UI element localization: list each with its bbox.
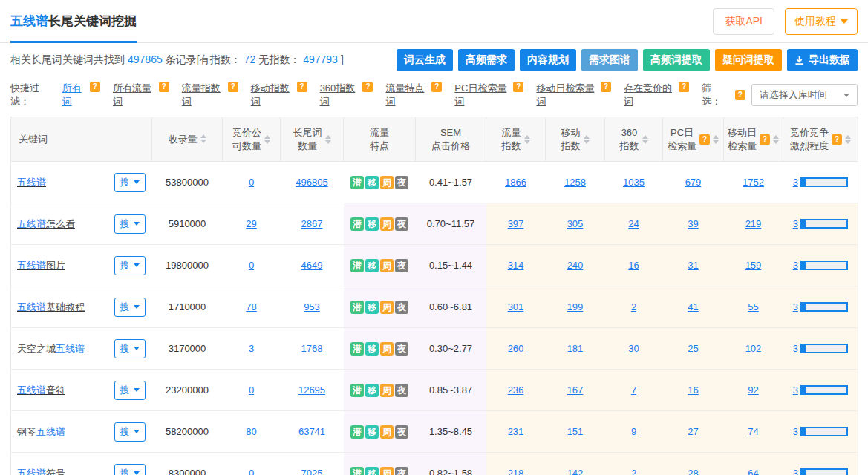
search-dropdown-button[interactable]: 搜 xyxy=(114,298,146,317)
pc-daily-search-link[interactable]: 25 xyxy=(688,343,698,354)
quick-filter-link[interactable]: 所有流量词 xyxy=(113,82,158,108)
longtail-count-link[interactable]: 4649 xyxy=(301,260,323,271)
index-360-link[interactable]: 7 xyxy=(631,384,636,396)
bid-companies-link[interactable]: 0 xyxy=(249,177,254,188)
column-header[interactable]: 长尾词数量 xyxy=(281,117,344,162)
mobile-index-link[interactable]: 181 xyxy=(567,343,584,354)
mobile-index-link[interactable]: 151 xyxy=(567,426,584,437)
action-button[interactable]: 高频需求 xyxy=(458,49,515,71)
help-icon[interactable]: ? xyxy=(832,134,842,145)
keyword-link[interactable]: 五线谱 xyxy=(17,176,46,189)
bid-companies-link[interactable]: 0 xyxy=(249,384,254,396)
keyword-link[interactable]: 天空之城五线谱 xyxy=(17,342,85,356)
sort-icon[interactable] xyxy=(773,135,779,144)
help-icon[interactable]: ? xyxy=(431,82,442,92)
mobile-daily-search-link[interactable]: 92 xyxy=(748,384,758,396)
mobile-index-link[interactable]: 199 xyxy=(567,301,584,312)
bid-companies-link[interactable]: 3 xyxy=(249,343,254,354)
bid-companies-link[interactable]: 0 xyxy=(249,260,254,271)
competition-link[interactable]: 3 xyxy=(793,260,798,271)
sort-icon[interactable] xyxy=(642,135,648,144)
quick-filter-link[interactable]: PC日检索量词 xyxy=(454,82,512,108)
help-icon[interactable]: ? xyxy=(679,82,689,92)
sort-icon[interactable] xyxy=(325,135,331,144)
index-360-link[interactable]: 24 xyxy=(628,218,639,229)
competition-link[interactable]: 3 xyxy=(793,177,798,188)
mobile-index-link[interactable]: 240 xyxy=(567,260,584,271)
flow-index-link[interactable]: 301 xyxy=(508,301,524,312)
flow-index-link[interactable]: 218 xyxy=(508,468,524,475)
flow-index-link[interactable]: 314 xyxy=(508,260,524,271)
help-icon[interactable]: ? xyxy=(297,82,307,92)
help-icon[interactable]: ? xyxy=(159,82,169,92)
sort-icon[interactable] xyxy=(845,135,851,144)
help-icon[interactable]: ? xyxy=(735,90,745,100)
pc-daily-search-link[interactable]: 41 xyxy=(688,301,698,312)
flow-index-link[interactable]: 397 xyxy=(508,218,524,229)
mobile-daily-search-link[interactable]: 159 xyxy=(745,260,762,271)
column-header[interactable]: 竞价公司数量 xyxy=(223,117,281,162)
help-icon[interactable]: ? xyxy=(228,82,238,92)
column-header[interactable]: 流量指数 xyxy=(486,117,546,162)
sort-icon[interactable] xyxy=(264,135,270,144)
longtail-count-link[interactable]: 496805 xyxy=(296,177,327,188)
quick-filter-link[interactable]: 存在竞价的词 xyxy=(624,82,678,108)
column-header[interactable]: 竞价竞争激烈程度? xyxy=(783,117,858,162)
longtail-count-link[interactable]: 953 xyxy=(304,301,320,312)
help-icon[interactable]: ? xyxy=(362,82,373,92)
competition-link[interactable]: 3 xyxy=(793,301,798,312)
search-dropdown-button[interactable]: 搜 xyxy=(114,173,146,192)
action-button[interactable]: 词云生成 xyxy=(397,49,453,71)
competition-link[interactable]: 3 xyxy=(793,468,798,475)
pc-daily-search-link[interactable]: 39 xyxy=(688,218,698,229)
competition-link[interactable]: 3 xyxy=(793,426,798,437)
mobile-daily-search-link[interactable]: 64 xyxy=(748,468,758,475)
sort-icon[interactable] xyxy=(713,135,719,144)
quick-filter-link[interactable]: 移动日检索量词 xyxy=(536,82,600,108)
bid-companies-link[interactable]: 0 xyxy=(249,468,254,475)
search-dropdown-button[interactable]: 搜 xyxy=(114,339,146,358)
keyword-link[interactable]: 五线谱符号 xyxy=(17,467,65,475)
keyword-link[interactable]: 五线谱图片 xyxy=(17,259,65,272)
flow-index-link[interactable]: 1866 xyxy=(505,177,526,188)
help-icon[interactable]: ? xyxy=(699,134,710,145)
column-header[interactable]: 移动指数 xyxy=(546,117,605,162)
flow-index-link[interactable]: 236 xyxy=(508,384,524,396)
quick-filter-link[interactable]: 流量指数词 xyxy=(182,82,227,108)
export-data-button[interactable]: 导出数据 xyxy=(787,49,858,71)
pc-daily-search-link[interactable]: 679 xyxy=(685,177,702,188)
mobile-daily-search-link[interactable]: 1752 xyxy=(743,177,764,188)
flow-index-link[interactable]: 231 xyxy=(508,426,524,437)
quick-filter-link[interactable]: 所有词 xyxy=(62,82,89,108)
help-icon[interactable]: ? xyxy=(601,82,611,92)
mobile-daily-search-link[interactable]: 102 xyxy=(745,343,762,354)
column-header[interactable]: PC日检索量? xyxy=(663,117,724,162)
search-dropdown-button[interactable]: 搜 xyxy=(114,422,146,442)
pc-daily-search-link[interactable]: 28 xyxy=(688,468,698,475)
bid-companies-link[interactable]: 78 xyxy=(246,301,256,312)
keyword-link[interactable]: 五线谱怎么看 xyxy=(17,217,75,231)
action-button[interactable]: 内容规划 xyxy=(520,49,576,71)
pc-daily-search-link[interactable]: 16 xyxy=(688,384,698,396)
help-icon[interactable]: ? xyxy=(513,82,523,92)
index-360-link[interactable]: 1035 xyxy=(623,177,645,188)
pc-daily-search-link[interactable]: 27 xyxy=(688,426,698,437)
search-dropdown-button[interactable]: 搜 xyxy=(114,214,146,234)
index-360-link[interactable]: 30 xyxy=(628,343,639,354)
keyword-link[interactable]: 五线谱基础教程 xyxy=(17,301,85,314)
mobile-daily-search-link[interactable]: 74 xyxy=(748,426,758,437)
keyword-link[interactable]: 五线谱音符 xyxy=(17,384,65,397)
action-button[interactable]: 需求图谱 xyxy=(581,49,638,71)
longtail-count-link[interactable]: 12695 xyxy=(298,384,325,396)
help-icon[interactable]: ? xyxy=(760,134,770,145)
get-api-button[interactable]: 获取API xyxy=(713,8,774,35)
sort-icon[interactable] xyxy=(200,134,206,143)
flow-index-link[interactable]: 260 xyxy=(508,343,524,354)
sort-icon[interactable] xyxy=(584,135,590,144)
column-header[interactable]: 移动日检索量? xyxy=(724,117,783,162)
mobile-index-link[interactable]: 167 xyxy=(567,384,584,396)
quick-filter-link[interactable]: 360指数词 xyxy=(320,82,362,108)
search-dropdown-button[interactable]: 搜 xyxy=(114,256,146,275)
column-header[interactable]: 360指数 xyxy=(605,117,663,162)
index-360-link[interactable]: 2 xyxy=(631,468,636,475)
